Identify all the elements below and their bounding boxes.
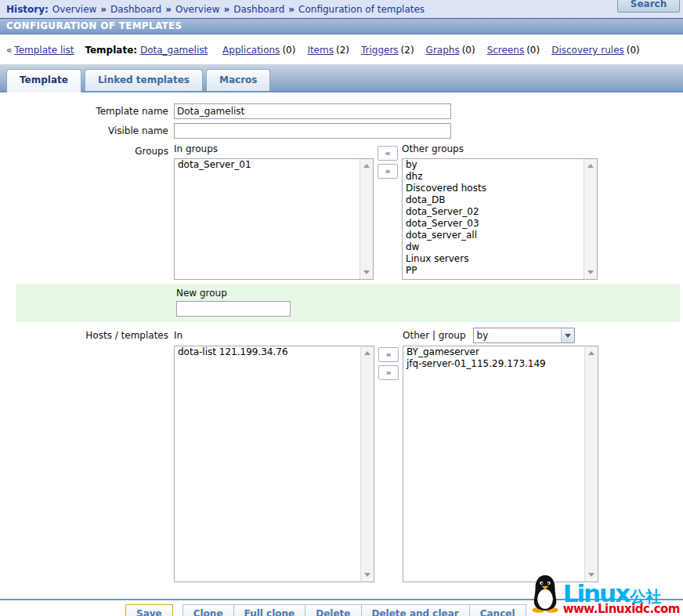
tab[interactable]: Linked templates <box>85 69 203 91</box>
search-button[interactable]: Search <box>617 0 680 13</box>
list-option[interactable]: dota-list 121.199.34.76 <box>175 346 374 358</box>
template-label: Template: <box>85 45 137 56</box>
scroll-up-icon[interactable] <box>364 351 370 355</box>
entity-count: (0) <box>462 45 475 56</box>
list-option[interactable]: dota_server_all <box>403 230 597 241</box>
template-name-link[interactable]: Dota_gamelist <box>140 45 208 56</box>
breadcrumb-separator: » <box>288 4 295 15</box>
scroll-down-icon[interactable] <box>364 573 370 577</box>
select-dropdown-icon[interactable] <box>561 328 574 342</box>
hosts-in-listbox[interactable]: dota-list 121.199.34.76 <box>174 346 374 582</box>
entity-count: (0) <box>526 45 540 56</box>
move-left-button[interactable]: « <box>378 347 399 362</box>
entity-link[interactable]: Screens <box>487 45 525 56</box>
breadcrumb-link[interactable]: Dashboard <box>233 4 284 15</box>
list-option[interactable]: dhz <box>403 171 597 183</box>
new-group-input[interactable] <box>176 301 291 317</box>
entity-count: (2) <box>336 45 349 56</box>
scroll-up-icon[interactable] <box>588 351 594 355</box>
scroll-down-icon[interactable] <box>587 270 594 274</box>
list-option[interactable]: dw <box>403 241 597 253</box>
move-right-button[interactable]: » <box>378 365 399 380</box>
group-filter-select[interactable]: by <box>473 328 575 343</box>
entity-nav: «Template list Template: Dota_gamelist A… <box>0 34 683 65</box>
action-button[interactable]: Delete <box>305 604 361 616</box>
template-name-input[interactable] <box>174 103 451 119</box>
entity-link[interactable]: Applications <box>222 45 280 56</box>
new-group-row: New group <box>16 284 680 322</box>
action-button[interactable]: Clone <box>182 604 234 616</box>
scroll-up-icon[interactable] <box>363 164 370 168</box>
list-option[interactable]: dota_Server_03 <box>403 218 597 230</box>
breadcrumb-separator: » <box>100 4 107 15</box>
breadcrumb-item: Dashboard» <box>110 4 175 15</box>
tab-bar: TemplateLinked templatesMacros <box>0 65 683 92</box>
move-left-button[interactable]: « <box>378 146 398 161</box>
hosts-other-listbox[interactable]: BY_gameserverjfq-server-01_115.29.173.14… <box>403 346 598 582</box>
groups-in-listbox[interactable]: dota_Server_01 <box>174 158 374 280</box>
groups-in-column: In groups dota_Server_01 <box>174 143 374 280</box>
scrollbar[interactable] <box>360 346 374 582</box>
entity-link[interactable]: Items <box>307 45 334 56</box>
list-option[interactable]: by <box>403 159 597 171</box>
tab[interactable]: Template <box>6 69 81 92</box>
breadcrumb-item: Overview» <box>175 4 233 15</box>
breadcrumb-link[interactable]: Overview <box>52 4 97 15</box>
template-list-link[interactable]: Template list <box>14 45 74 56</box>
list-option[interactable]: Discovered hosts <box>403 183 597 194</box>
action-button[interactable]: Full clone <box>233 604 306 616</box>
entity-count: (0) <box>627 45 640 56</box>
groups-label: Groups <box>0 143 174 280</box>
hosts-other-header-text: Other | group <box>403 330 466 341</box>
list-option[interactable]: dota_Server_01 <box>175 159 373 171</box>
breadcrumb-link[interactable]: Dashboard <box>110 4 161 15</box>
breadcrumb-link[interactable]: Configuration of templates <box>298 4 425 15</box>
entity-link-item: Items(2) <box>307 45 349 56</box>
list-option[interactable]: dota_Server_02 <box>403 206 597 218</box>
groups-in-header: In groups <box>174 143 374 157</box>
list-option[interactable]: dota_DB <box>403 194 597 206</box>
save-button[interactable]: Save <box>125 604 173 616</box>
list-option[interactable]: BY_gameserver <box>403 346 598 358</box>
groups-other-options: bydhzDiscovered hostsdota_DBdota_Server_… <box>403 159 597 277</box>
groups-other-listbox[interactable]: bydhzDiscovered hostsdota_DBdota_Server_… <box>402 158 598 280</box>
page-title: CONFIGURATION OF TEMPLATES <box>0 18 683 34</box>
history-label: History: <box>6 4 49 15</box>
entity-link[interactable]: Graphs <box>426 45 460 56</box>
hosts-in-column: In dota-list 121.199.34.76 <box>174 327 374 582</box>
entity-link[interactable]: Discovery rules <box>551 45 624 56</box>
list-option[interactable]: PP <box>403 265 597 277</box>
list-option[interactable]: jfq-server-01_115.29.173.149 <box>403 358 598 370</box>
groups-row: Groups In groups dota_Server_01 « » Othe… <box>0 143 683 280</box>
list-option[interactable]: Linux servers <box>403 253 597 265</box>
breadcrumb-link[interactable]: Overview <box>175 4 220 15</box>
breadcrumb-item: Dashboard» <box>233 4 298 15</box>
hosts-other-options: BY_gameserverjfq-server-01_115.29.173.14… <box>403 346 598 370</box>
action-button[interactable]: Cancel <box>469 604 526 616</box>
history-bar: History:Overview»Dashboard»Overview»Dash… <box>0 0 683 18</box>
scrollbar[interactable] <box>360 159 373 279</box>
tab[interactable]: Macros <box>206 69 270 91</box>
entity-link-item: Triggers(2) <box>361 45 414 56</box>
watermark-url: www.Linuxidc.com <box>563 603 680 615</box>
scrollbar[interactable] <box>584 159 597 279</box>
breadcrumb-separator: » <box>223 4 229 15</box>
visible-name-label: Visible name <box>0 123 174 139</box>
move-right-button[interactable]: » <box>378 164 398 179</box>
breadcrumb-item: Overview» <box>52 4 110 15</box>
breadcrumb: Overview»Dashboard»Overview»Dashboard»Co… <box>52 4 425 15</box>
groups-other-column: Other groups bydhzDiscovered hostsdota_D… <box>402 143 598 280</box>
visible-name-input[interactable] <box>174 123 451 139</box>
visible-name-row: Visible name <box>0 123 683 139</box>
scrollbar[interactable] <box>584 346 598 582</box>
template-name-label: Template name <box>0 103 174 119</box>
hosts-in-options: dota-list 121.199.34.76 <box>175 346 374 358</box>
hosts-other-column: Other | group by BY_gameserverjfq-server… <box>403 327 598 582</box>
groups-other-header: Other groups <box>402 143 598 157</box>
entity-link[interactable]: Triggers <box>361 45 399 56</box>
linuxidc-watermark: Linux 公社 www.Linuxidc.com <box>529 574 680 615</box>
scroll-up-icon[interactable] <box>587 164 594 168</box>
entity-link-item: Discovery rules(0) <box>551 45 640 56</box>
action-button[interactable]: Delete and clear <box>361 604 470 616</box>
scroll-down-icon[interactable] <box>363 270 370 274</box>
